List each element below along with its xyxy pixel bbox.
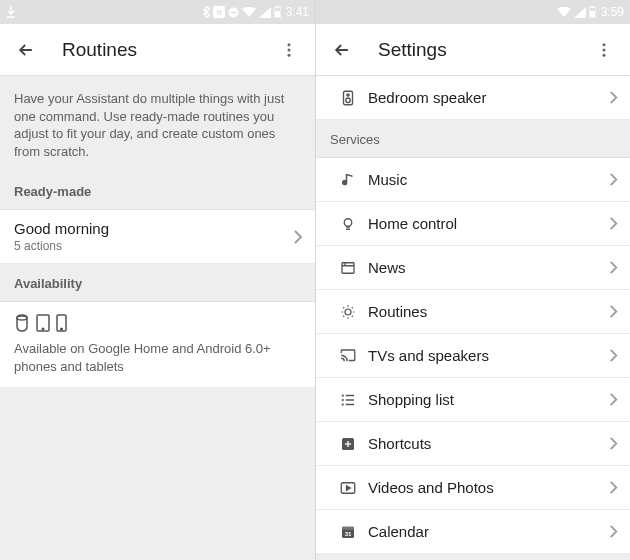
video-icon <box>328 479 368 497</box>
phone-left: N 3:41 Routines Have your Assistant do m… <box>0 0 315 560</box>
svg-text:31: 31 <box>345 530 352 536</box>
svg-point-7 <box>288 43 291 46</box>
overflow-menu-button[interactable] <box>586 32 622 68</box>
signal-icon <box>259 7 271 18</box>
svg-rect-35 <box>347 441 349 447</box>
tablet-icon <box>36 314 50 332</box>
svg-rect-6 <box>275 11 280 17</box>
chevron-right-icon <box>609 525 618 538</box>
service-tvs-speakers[interactable]: TVs and speakers <box>316 334 630 378</box>
service-home-control[interactable]: Home control <box>316 202 630 246</box>
status-time: 3:59 <box>601 5 624 19</box>
row-label: TVs and speakers <box>368 347 609 364</box>
overflow-menu-button[interactable] <box>271 32 307 68</box>
svg-point-28 <box>342 398 344 400</box>
section-ready-made: Ready-made <box>0 172 315 210</box>
routine-subtitle: 5 actions <box>14 239 293 253</box>
chevron-right-icon <box>609 217 618 230</box>
svg-rect-17 <box>590 11 595 17</box>
calendar-icon: 31 <box>328 523 368 541</box>
wifi-icon <box>557 7 571 18</box>
svg-rect-30 <box>346 394 354 396</box>
dnd-icon <box>228 7 239 18</box>
google-home-icon <box>14 314 30 332</box>
row-label: Routines <box>368 303 609 320</box>
intro-text: Have your Assistant do multiple things w… <box>0 76 315 172</box>
cast-icon <box>328 347 368 365</box>
service-music[interactable]: Music <box>316 158 630 202</box>
row-label: Music <box>368 171 609 188</box>
routine-good-morning[interactable]: Good morning 5 actions <box>0 210 315 264</box>
content-scroll: Bedroom speaker Services Music Home cont… <box>316 76 630 560</box>
svg-rect-3 <box>230 11 236 13</box>
download-icon <box>6 6 16 18</box>
svg-point-24 <box>344 218 352 226</box>
chevron-right-icon <box>609 481 618 494</box>
svg-point-8 <box>288 48 291 51</box>
status-time: 3:41 <box>286 5 309 19</box>
service-news[interactable]: News <box>316 246 630 290</box>
row-label: Videos and Photos <box>368 479 609 496</box>
news-icon <box>328 259 368 277</box>
svg-rect-16 <box>591 6 594 8</box>
chevron-right-icon <box>609 261 618 274</box>
service-calendar[interactable]: 31 Calendar <box>316 510 630 554</box>
chevron-right-icon <box>609 305 618 318</box>
availability-icons <box>14 314 301 332</box>
list-icon <box>328 391 368 409</box>
speaker-icon <box>328 89 368 107</box>
chevron-right-icon <box>293 230 303 244</box>
back-button[interactable] <box>8 32 44 68</box>
app-bar: Routines <box>0 24 315 76</box>
battery-icon <box>274 6 281 18</box>
svg-point-22 <box>347 93 349 95</box>
content-scroll: Have your Assistant do multiple things w… <box>0 76 315 560</box>
shortcuts-icon <box>328 435 368 453</box>
svg-point-18 <box>603 43 606 46</box>
battery-icon <box>589 6 596 18</box>
nfc-icon: N <box>213 6 225 18</box>
wifi-icon <box>242 7 256 18</box>
chevron-right-icon <box>609 349 618 362</box>
service-shopping-list[interactable]: Shopping list <box>316 378 630 422</box>
chevron-right-icon <box>609 437 618 450</box>
bulb-icon <box>328 215 368 233</box>
svg-rect-25 <box>342 262 354 273</box>
back-button[interactable] <box>324 32 360 68</box>
row-label: Shortcuts <box>368 435 609 452</box>
svg-rect-38 <box>342 526 354 529</box>
phone-icon <box>56 314 67 332</box>
routine-title: Good morning <box>14 220 293 237</box>
routines-icon <box>328 303 368 321</box>
svg-point-23 <box>346 98 351 103</box>
svg-point-9 <box>288 53 291 56</box>
row-label: Home control <box>368 215 609 232</box>
svg-point-19 <box>603 48 606 51</box>
device-bedroom-speaker[interactable]: Bedroom speaker <box>316 76 630 120</box>
svg-text:N: N <box>216 9 221 16</box>
section-services: Services <box>316 120 630 158</box>
status-bar: N 3:41 <box>0 0 315 24</box>
page-title: Routines <box>62 39 271 61</box>
signal-icon <box>574 7 586 18</box>
service-videos-photos[interactable]: Videos and Photos <box>316 466 630 510</box>
row-label: Calendar <box>368 523 609 540</box>
svg-point-29 <box>342 403 344 405</box>
row-label: News <box>368 259 609 276</box>
bluetooth-icon <box>202 6 210 18</box>
service-shortcuts[interactable]: Shortcuts <box>316 422 630 466</box>
svg-point-26 <box>345 309 351 315</box>
page-title: Settings <box>378 39 586 61</box>
row-label: Bedroom speaker <box>368 89 609 106</box>
app-bar: Settings <box>316 24 630 76</box>
section-availability: Availability <box>0 264 315 302</box>
service-routines[interactable]: Routines <box>316 290 630 334</box>
availability-text: Available on Google Home and Android 6.0… <box>14 340 301 375</box>
status-bar: 3:59 <box>316 0 630 24</box>
svg-rect-31 <box>346 399 354 401</box>
svg-rect-5 <box>276 6 279 8</box>
svg-point-20 <box>603 53 606 56</box>
chevron-right-icon <box>609 393 618 406</box>
music-icon <box>328 171 368 189</box>
svg-point-12 <box>42 328 44 330</box>
